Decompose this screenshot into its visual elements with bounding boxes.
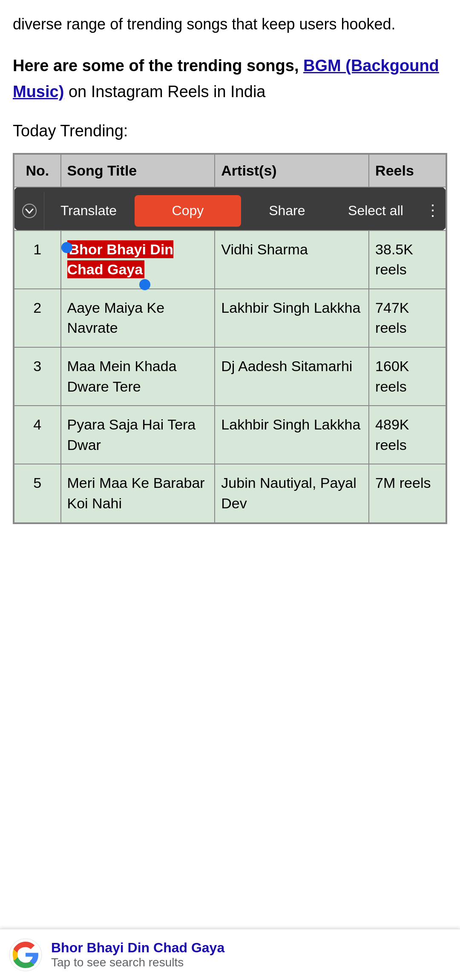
table-row: 1 Bhor Bhayi Din Chad Gaya Vidhi Sharma … xyxy=(14,231,446,289)
trending-intro-suffix: on Instagram Reels in India xyxy=(64,83,265,101)
row-3-artist: Dj Aadesh Sitamarhi xyxy=(215,347,369,406)
row-3-no: 3 xyxy=(14,347,61,406)
row-4-reels: 489K reels xyxy=(369,406,446,464)
content-area: diverse range of trending songs that kee… xyxy=(0,0,460,524)
trending-intro-prefix: Here are some of the trending songs, xyxy=(13,57,303,75)
trending-table: No. Song Title Artist(s) Reels xyxy=(14,154,446,523)
copy-button[interactable]: Copy xyxy=(135,195,241,227)
row-1-reels: 38.5K reels xyxy=(369,231,446,289)
google-search-subtitle: Tap to see search results xyxy=(51,956,451,969)
table-row: 2 Aaye Maiya Ke Navrate Lakhbir Singh La… xyxy=(14,289,446,347)
row-4-no: 4 xyxy=(14,406,61,464)
selection-handle-left xyxy=(61,242,72,253)
intro-text: diverse range of trending songs that kee… xyxy=(13,13,447,36)
row-2-artist: Lakhbir Singh Lakkha xyxy=(215,289,369,347)
song-title-selected-text: Bhor Bhayi Din Chad Gaya xyxy=(67,240,174,279)
row-2-reels: 747K reels xyxy=(369,289,446,347)
selection-toolbar: Translate Copy Share Select all ⋮ xyxy=(14,192,446,230)
col-header-song: Song Title xyxy=(61,154,215,187)
row-5-artist: Jubin Nautiyal, Payal Dev xyxy=(215,464,369,522)
row-5-reels: 7M reels xyxy=(369,464,446,522)
highlighted-song-title: Bhor Bhayi Din Chad Gaya xyxy=(67,241,174,278)
google-search-text[interactable]: Bhor Bhayi Din Chad Gaya Tap to see sear… xyxy=(51,940,451,969)
google-search-bar[interactable]: Bhor Bhayi Din Chad Gaya Tap to see sear… xyxy=(0,929,460,980)
row-5-song: Meri Maa Ke Barabar Koi Nahi xyxy=(61,464,215,522)
col-header-artist: Artist(s) xyxy=(215,154,369,187)
toolbar-row: Translate Copy Share Select all ⋮ xyxy=(14,187,446,231)
trending-table-container: No. Song Title Artist(s) Reels xyxy=(13,153,447,524)
selection-handle-right xyxy=(139,279,150,290)
row-1-artist: Vidhi Sharma xyxy=(215,231,369,289)
row-3-reels: 160K reels xyxy=(369,347,446,406)
row-2-no: 2 xyxy=(14,289,61,347)
page-wrapper: diverse range of trending songs that kee… xyxy=(0,0,460,980)
table-header-row: No. Song Title Artist(s) Reels xyxy=(14,154,446,187)
table-row: 3 Maa Mein Khada Dware Tere Dj Aadesh Si… xyxy=(14,347,446,406)
row-1-no: 1 xyxy=(14,231,61,289)
table-row: 5 Meri Maa Ke Barabar Koi Nahi Jubin Nau… xyxy=(14,464,446,522)
toolbar-chevron-icon[interactable] xyxy=(14,192,44,230)
more-options-button[interactable]: ⋮ xyxy=(420,192,446,230)
table-row: 4 Pyara Saja Hai Tera Dwar Lakhbir Singh… xyxy=(14,406,446,464)
row-5-no: 5 xyxy=(14,464,61,522)
col-header-no: No. xyxy=(14,154,61,187)
today-trending-label: Today Trending: xyxy=(13,122,447,140)
share-button[interactable]: Share xyxy=(243,192,331,230)
row-3-song: Maa Mein Khada Dware Tere xyxy=(61,347,215,406)
col-header-reels: Reels xyxy=(369,154,446,187)
translate-button[interactable]: Translate xyxy=(44,192,133,230)
row-4-artist: Lakhbir Singh Lakkha xyxy=(215,406,369,464)
row-1-song: Bhor Bhayi Din Chad Gaya xyxy=(61,231,215,289)
google-search-title[interactable]: Bhor Bhayi Din Chad Gaya xyxy=(51,940,451,956)
google-logo xyxy=(9,938,43,972)
svg-point-0 xyxy=(23,204,36,218)
select-all-button[interactable]: Select all xyxy=(331,192,420,230)
trending-intro: Here are some of the trending songs, BGM… xyxy=(13,53,447,105)
row-2-song: Aaye Maiya Ke Navrate xyxy=(61,289,215,347)
row-4-song: Pyara Saja Hai Tera Dwar xyxy=(61,406,215,464)
